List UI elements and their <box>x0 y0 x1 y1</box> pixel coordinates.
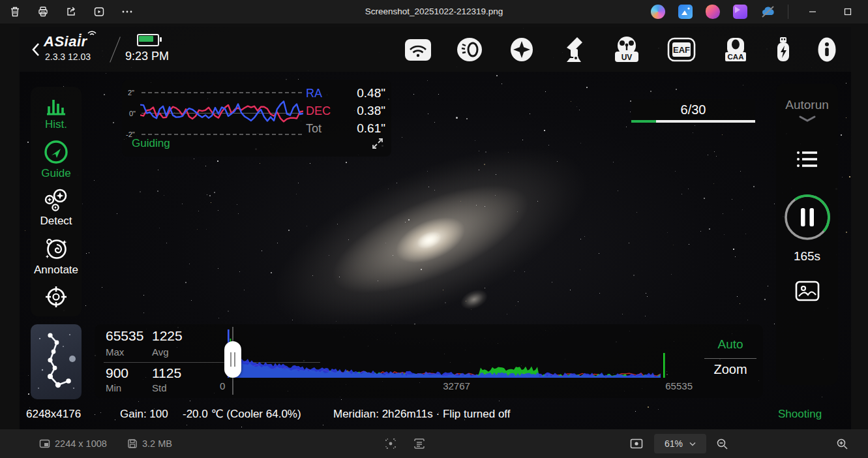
resolution-text: 6248x4176 <box>26 405 81 424</box>
clipchamp-icon[interactable] <box>733 5 747 19</box>
delete-icon[interactable] <box>7 3 23 20</box>
visual-search-button[interactable] <box>385 429 397 458</box>
temperature-text: -20.0 ℃ (Cooler 64.0%) <box>183 405 301 424</box>
slideshow-icon[interactable] <box>91 3 108 20</box>
exposure-ring <box>782 192 833 243</box>
file-size: 3.2 MB <box>127 429 172 458</box>
file-size-text: 3.2 MB <box>142 438 172 449</box>
battery-icon <box>137 34 159 46</box>
minimize-button[interactable] <box>801 3 824 20</box>
sidebar-item-hist[interactable]: Hist. <box>45 97 67 131</box>
hist-max-label: Max <box>106 346 124 358</box>
zoom-level-dropdown[interactable]: 61% <box>654 434 706 453</box>
shooting-status: Shooting <box>778 405 822 424</box>
titlebar-divider <box>788 5 788 19</box>
zoom-out-button[interactable] <box>716 429 728 458</box>
text-actions-button[interactable] <box>413 429 425 458</box>
hist-avg-label: Avg <box>152 346 169 358</box>
fit-to-window-button[interactable] <box>630 429 643 458</box>
dec-label: DEC <box>306 104 331 118</box>
hist-std-value: 1125 <box>152 365 181 381</box>
titlebar: Screenshot_20251022-212319.png <box>0 0 868 23</box>
guide-icon <box>44 140 68 164</box>
black-point-slider[interactable] <box>224 341 241 378</box>
histogram-chart <box>225 328 675 380</box>
tot-value: 0.61" <box>357 121 385 136</box>
exposure-countdown: 165s <box>794 249 820 264</box>
hist-zoom-button[interactable]: Zoom <box>698 362 763 377</box>
sidebar-item-annotate[interactable]: Annotate <box>34 236 78 277</box>
wifi-icon[interactable] <box>405 39 431 61</box>
sidebar-item-guide[interactable]: Guide <box>41 140 70 180</box>
expand-icon[interactable] <box>371 137 384 150</box>
svg-text:EAF: EAF <box>673 45 690 55</box>
detect-icon <box>44 189 68 212</box>
svg-text:UV: UV <box>621 53 633 62</box>
more-options-icon[interactable] <box>119 3 136 20</box>
designer-icon[interactable] <box>706 5 720 19</box>
guide-axis-0: 0" <box>129 110 136 117</box>
chevron-down-icon[interactable] <box>798 115 816 123</box>
pause-button[interactable] <box>782 192 833 243</box>
guide-axis-2: 2" <box>128 89 134 97</box>
back-icon[interactable] <box>31 42 40 57</box>
hist-axis-mid: 32767 <box>434 380 479 391</box>
preview-image-icon[interactable] <box>795 281 820 301</box>
file-size-icon <box>127 438 138 449</box>
zoom-level-text: 61% <box>665 438 683 449</box>
hist-max-value: 65535 <box>106 328 143 344</box>
firmware-version: 2.3.3 12.03 <box>45 52 91 62</box>
guide-scope-icon[interactable] <box>508 37 535 62</box>
image-dimensions-icon <box>39 438 50 450</box>
gain-text: Gain: 100 <box>120 405 168 424</box>
focuser-eaf-icon[interactable]: EAF <box>667 37 696 62</box>
screenshot-image[interactable]: ASiai̇r 2.3.3 12.03 9:23 PM <box>20 27 851 429</box>
zoom-in-button[interactable] <box>836 429 848 458</box>
sidebar-item-label: Guide <box>41 167 70 180</box>
progress-fill <box>631 120 656 123</box>
tot-label: Tot <box>306 122 322 136</box>
guide-grid-bottom <box>142 134 302 135</box>
share-icon[interactable] <box>63 3 80 20</box>
guiding-panel[interactable]: 2" 0" -2" RA0.48" DEC0.38" Tot0.61" Guid… <box>122 80 391 157</box>
print-icon[interactable] <box>35 3 52 20</box>
image-dimensions: 2244 x 1008 <box>39 429 107 458</box>
hist-axis-max: 65535 <box>652 380 693 391</box>
photos-edit-icon[interactable] <box>678 5 693 19</box>
histogram-panel: 65535 1225 Max Avg 900 1125 Min Std 0 <box>95 324 763 398</box>
hist-min-label: Min <box>106 382 121 393</box>
clock: 9:23 PM <box>125 50 169 63</box>
asiair-logo: ASiai̇r <box>44 33 87 50</box>
constellation-thumbnail[interactable] <box>31 324 82 399</box>
onedrive-offline-icon[interactable] <box>760 5 775 19</box>
histogram-icon <box>46 97 67 115</box>
right-toolbar: Autorun 165s <box>776 84 838 385</box>
main-camera-icon[interactable] <box>457 38 482 61</box>
hist-axis-0: 0 <box>220 380 225 391</box>
info-icon[interactable] <box>817 37 837 63</box>
capture-status-row: 6248x4176 Gain: 100 -20.0 ℃ (Cooler 64.0… <box>20 405 851 424</box>
photos-viewer-window: { "window": { "title": "Screenshot_20251… <box>0 0 868 458</box>
power-hub-icon[interactable] <box>775 37 791 63</box>
sequence-progress: 6/30 <box>631 99 755 123</box>
sidebar-item-detect[interactable]: Detect <box>40 189 72 228</box>
auto-zoom-divider <box>704 358 756 359</box>
plan-list-icon[interactable] <box>796 150 818 168</box>
dec-value: 0.38" <box>357 104 385 118</box>
maximize-button[interactable] <box>837 3 859 20</box>
hist-avg-value: 1225 <box>152 328 183 344</box>
copilot-icon[interactable] <box>651 5 665 19</box>
sidebar-item-label: Hist. <box>45 118 67 131</box>
mount-icon[interactable] <box>561 36 586 63</box>
guiding-stats: RA0.48" DEC0.38" Tot0.61" <box>306 86 385 139</box>
hist-std-label: Std <box>152 382 167 393</box>
target-button[interactable] <box>44 285 68 309</box>
autorun-label[interactable]: Autorun <box>785 98 829 112</box>
hist-min-value: 900 <box>106 365 128 381</box>
hist-auto-button[interactable]: Auto <box>698 337 763 352</box>
ra-label: RA <box>306 87 322 100</box>
dimensions-text: 2244 x 1008 <box>55 438 107 449</box>
rotator-caa-icon[interactable]: CAA <box>722 37 749 63</box>
filter-wheel-uv-icon[interactable]: UV <box>612 36 641 63</box>
ra-value: 0.48" <box>357 86 385 100</box>
